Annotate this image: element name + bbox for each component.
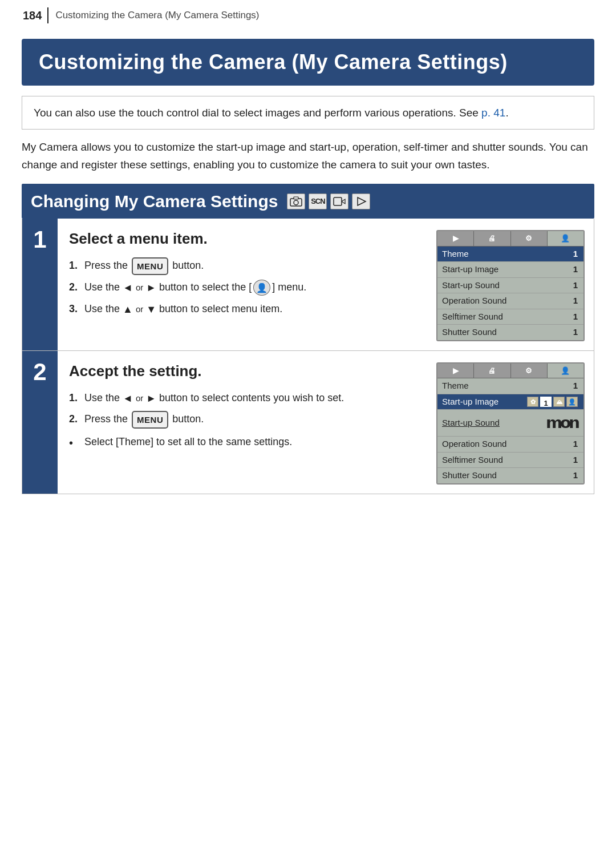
step-2-instruction-2: 2. Press the MENU button. xyxy=(69,410,427,429)
menu-row-theme-label-2: Theme xyxy=(442,380,469,393)
movie-icon xyxy=(330,193,348,209)
step-1-text: Select a menu item. 1. Press the MENU bu… xyxy=(69,228,427,341)
header-subtitle: Customizing the Camera (My Camera Settin… xyxy=(55,8,259,23)
menu-row-shutter-sound-2: Shutter Sound 1 xyxy=(437,468,583,483)
step-1-text-3: Use the ▲ or ▼ button to select menu ite… xyxy=(82,300,282,318)
step-1: 1 Select a menu item. 1. Press the MENU … xyxy=(22,219,594,351)
menu-row-operation-sound-1: Operation Sound 1 xyxy=(437,293,583,309)
info-text-before: You can also use the touch control dial … xyxy=(34,107,481,119)
my-camera-icon-1: 👤 xyxy=(253,280,270,296)
scn-icon: SCN xyxy=(309,193,327,209)
step-1-title: Select a menu item. xyxy=(69,228,427,250)
body-text: My Camera allows you to customize the st… xyxy=(22,139,594,173)
top-bar: 184 Customizing the Camera (My Camera Se… xyxy=(0,0,616,29)
menu-tabs-2: ▶ 🖨 ⚙ 👤 xyxy=(437,364,583,379)
menu-row-selftimer-sound-val-2: 1 xyxy=(573,454,578,467)
menu-row-startup-image-val-2: ✿ 1 ⛰ 👤 xyxy=(527,397,578,407)
menu-tab2-print: 🖨 xyxy=(474,364,510,378)
section-title-bar: Changing My Camera Settings SCN xyxy=(22,184,594,219)
menu-row-operation-sound-label-2: Operation Sound xyxy=(442,438,506,451)
menu-row-startup-image-label-2: Start-up Image xyxy=(442,395,499,409)
svg-rect-2 xyxy=(294,197,298,199)
play-icon xyxy=(352,193,370,209)
step-1-number-col: 1 xyxy=(22,219,58,350)
menu-row-startup-sound-label-1: Start-up Sound xyxy=(442,279,500,292)
menu-row-theme-1: Theme 1 xyxy=(437,247,583,263)
startup-image-icon-selected: 1 xyxy=(540,397,552,407)
step-2-num-2: 2. xyxy=(69,410,82,428)
menu-row-operation-sound-val-1: 1 xyxy=(573,294,578,308)
step-2-instructions: 1. Use the ◄ or ► button to select conte… xyxy=(69,389,427,453)
menu-tab2-mycam: 👤 xyxy=(548,364,583,378)
menu-row-shutter-sound-1: Shutter Sound 1 xyxy=(437,325,583,340)
step-1-num-3: 3. xyxy=(69,300,82,318)
startup-image-icon-2: ⛰ xyxy=(553,397,565,407)
menu-row-shutter-sound-val-1: 1 xyxy=(573,326,578,339)
camera-icon xyxy=(287,193,305,209)
svg-marker-4 xyxy=(342,199,345,204)
menu-row-startup-image-1: Start-up Image 1 xyxy=(437,262,583,278)
svg-rect-3 xyxy=(334,197,342,205)
menu-row-selftimer-sound-1: Selftimer Sound 1 xyxy=(437,309,583,325)
menu-row-operation-sound-2: Operation Sound 1 xyxy=(437,437,583,453)
step-2-number-col: 2 xyxy=(22,351,58,494)
step-2-text-1: Use the ◄ or ► button to select contents… xyxy=(82,389,344,407)
menu-row-selftimer-sound-label-2: Selftimer Sound xyxy=(442,454,503,467)
page-number: 184 xyxy=(23,7,42,24)
step-1-instruction-2: 2. Use the ◄ or ► button to select the [… xyxy=(69,278,427,297)
startup-image-icon-3: 👤 xyxy=(566,397,578,407)
page: 184 Customizing the Camera (My Camera Se… xyxy=(0,0,616,868)
menu-tab-play: ▶ xyxy=(437,231,474,246)
step-2-text-3: Select [Theme] to set all to the same se… xyxy=(82,433,292,451)
menu-row-startup-sound-label-2: Start-up Sound xyxy=(442,417,500,430)
menu-tab-settings: ⚙ xyxy=(511,231,548,246)
menu-tab2-settings: ⚙ xyxy=(511,364,548,378)
step-2-num-1: 1. xyxy=(69,389,82,407)
step-1-num-2: 2. xyxy=(69,278,82,296)
menu-row-shutter-sound-label-2: Shutter Sound xyxy=(442,469,497,482)
bullet-icon: • xyxy=(69,433,82,453)
section-title: Changing My Camera Settings xyxy=(31,188,278,214)
info-text-after: . xyxy=(505,107,508,119)
step-2-title: Accept the setting. xyxy=(69,360,427,382)
info-link[interactable]: p. 41 xyxy=(481,107,505,119)
step-1-num-1: 1. xyxy=(69,257,82,274)
info-box: You can also use the touch control dial … xyxy=(22,96,594,130)
menu-row-startup-sound-1: Start-up Sound 1 xyxy=(437,278,583,294)
step-2-content: Accept the setting. 1. Use the ◄ or ► bu… xyxy=(58,351,594,494)
menu-row-selftimer-sound-label-1: Selftimer Sound xyxy=(442,310,503,324)
menu-screenshot-2: ▶ 🖨 ⚙ 👤 Theme 1 Start-up Image xyxy=(436,362,585,485)
menu-row-selftimer-sound-val-1: 1 xyxy=(573,310,578,324)
step-2-instruction-1: 1. Use the ◄ or ► button to select conte… xyxy=(69,389,427,407)
section-icons: SCN xyxy=(287,193,370,209)
menu-row-startup-image-2: Start-up Image ✿ 1 ⛰ 👤 xyxy=(437,394,583,410)
menu-tab2-play: ▶ xyxy=(437,364,474,378)
step-1-text-2: Use the ◄ or ► button to select the [👤] … xyxy=(82,278,306,297)
menu-row-selftimer-sound-2: Selftimer Sound 1 xyxy=(437,453,583,469)
menu-row-shutter-sound-label-1: Shutter Sound xyxy=(442,326,497,339)
main-title-box: Customizing the Camera (My Camera Settin… xyxy=(22,39,594,86)
step-1-instructions: 1. Press the MENU button. 2. Use the ◄ o… xyxy=(69,257,427,318)
svg-marker-5 xyxy=(358,197,366,205)
menu-row-startup-image-val-1: 1 xyxy=(573,263,578,276)
menu-row-theme-val-1: 1 xyxy=(573,248,578,261)
bottom-space xyxy=(0,494,616,665)
menu-rows-1: Theme 1 Start-up Image 1 Start-up Sound … xyxy=(437,247,583,340)
menu-button-1: MENU xyxy=(132,257,168,276)
page-divider xyxy=(47,7,48,23)
startup-image-icon-1: ✿ xyxy=(527,397,538,407)
menu-row-startup-sound-val-2: 𝗺𝗼𝗻 xyxy=(546,411,578,435)
menu-rows-2: Theme 1 Start-up Image ✿ 1 ⛰ 👤 xyxy=(437,378,583,483)
steps-section: 1 Select a menu item. 1. Press the MENU … xyxy=(22,219,594,494)
step-2-instruction-3: • Select [Theme] to set all to the same … xyxy=(69,433,427,453)
menu-row-theme-label-1: Theme xyxy=(442,248,469,261)
step-2-text-2: Press the MENU button. xyxy=(82,410,204,429)
step-1-number: 1 xyxy=(33,228,46,252)
step-2-text: Accept the setting. 1. Use the ◄ or ► bu… xyxy=(69,360,427,485)
step-1-instruction-3: 3. Use the ▲ or ▼ button to select menu … xyxy=(69,300,427,318)
menu-row-startup-sound-val-1: 1 xyxy=(573,279,578,292)
menu-button-2: MENU xyxy=(132,411,168,429)
menu-row-shutter-sound-val-2: 1 xyxy=(573,469,578,482)
step-1-instruction-1: 1. Press the MENU button. xyxy=(69,257,427,275)
menu-row-startup-image-label-1: Start-up Image xyxy=(442,263,499,276)
